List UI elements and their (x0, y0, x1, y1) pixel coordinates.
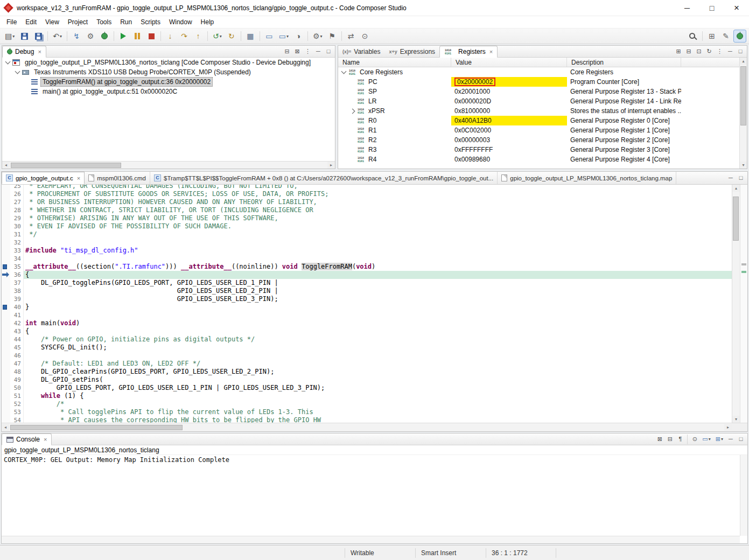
register-value[interactable]: 0x20001000 (451, 87, 567, 96)
scroll-right-icon[interactable]: ▸ (327, 162, 335, 169)
remove-all-terminated-icon[interactable]: ⊠ (292, 47, 302, 57)
code-text[interactable]: /* (25, 400, 732, 408)
editor-marker-ruler[interactable] (2, 303, 10, 311)
register-row[interactable]: 10100101R10x0C002000General Purpose Regi… (338, 125, 739, 135)
close-window-button[interactable]: × (724, 0, 749, 16)
editor-marker-ruler[interactable] (2, 287, 10, 295)
minimize-view-icon[interactable]: ─ (726, 435, 736, 444)
tab-registers[interactable]: 10100101Registers× (439, 46, 498, 58)
scroll-left-icon[interactable]: ◂ (2, 424, 9, 431)
editor-horizontal-scrollbar[interactable]: ◂ ▸ (2, 423, 732, 431)
debug-tree-item[interactable]: Texas Instruments XDS110 USB Debug Probe… (2, 67, 335, 77)
clear-console-icon[interactable]: ⊠ (655, 435, 664, 444)
editor-marker-ruler[interactable] (2, 408, 10, 416)
new-button[interactable]: ▤▾ (3, 30, 17, 43)
register-row[interactable]: 10100101R30xFFFFFFFFGeneral Purpose Regi… (338, 145, 739, 155)
maximize-view-icon[interactable]: □ (324, 47, 333, 57)
code-text[interactable]: int main(void) (25, 319, 732, 327)
register-value[interactable]: 0x400A12B0 (451, 116, 567, 125)
code-text[interactable]: DL_GPIO_clearPins(GPIO_LEDS_PORT, GPIO_L… (25, 368, 732, 376)
editor-marker-ruler[interactable] (2, 352, 10, 360)
minimize-view-icon[interactable]: ─ (726, 173, 736, 183)
expander-icon[interactable] (341, 69, 347, 74)
register-value[interactable]: 0x0000020D (451, 96, 567, 106)
current-line-mark[interactable] (741, 271, 746, 273)
code-text[interactable]: * Call togglePins API to flip the curren… (25, 408, 732, 416)
menu-edit[interactable]: Edit (21, 17, 41, 27)
tab-variables[interactable]: (x)=Variables (338, 46, 384, 57)
editor-tab[interactable]: Cgpio_toggle_output.c× (2, 172, 85, 184)
register-row[interactable]: 10100101R00x400A12B0General Purpose Regi… (338, 116, 739, 125)
editor-marker-ruler[interactable] (2, 198, 10, 206)
code-text[interactable]: */ (25, 230, 732, 239)
connect-target-button[interactable]: ↯ (70, 30, 83, 43)
step-return-button[interactable]: ↑ (192, 30, 205, 43)
register-row[interactable]: 10100101R20x00000003General Purpose Regi… (338, 135, 739, 145)
minimize-view-icon[interactable]: ─ (725, 47, 735, 57)
minimize-window-button[interactable]: ─ (675, 0, 699, 16)
suspend-button[interactable] (131, 30, 144, 43)
maximize-view-icon[interactable]: □ (736, 435, 746, 444)
tab-expressions[interactable]: x+yExpressions (384, 46, 439, 57)
register-row[interactable]: 10100101PC0x20000002Program Counter [Cor… (338, 77, 739, 87)
scrollbar-thumb[interactable] (740, 66, 746, 125)
code-text[interactable]: GPIO_LEDS_USER_LED_3_PIN); (25, 295, 732, 303)
code-text[interactable]: DL_GPIO_togglePins(GPIO_LEDS_PORT, GPIO_… (25, 279, 732, 287)
debug-tree-item[interactable]: gpio_toggle_output_LP_MSPM0L1306_nortos_… (2, 58, 335, 67)
code-text[interactable] (25, 239, 732, 247)
register-value[interactable]: 0x00989680 (451, 155, 567, 164)
trace-button[interactable]: ⇄ (345, 30, 358, 43)
scroll-up-icon[interactable]: ▴ (732, 185, 740, 192)
editor-marker-ruler[interactable] (2, 384, 10, 392)
step-into-button[interactable]: ↓ (164, 30, 177, 43)
editor-marker-ruler[interactable] (2, 368, 10, 376)
settings-button[interactable]: ⚙▾ (311, 30, 325, 43)
console-horizontal-scrollbar[interactable] (2, 536, 740, 543)
editor-overview-ruler[interactable] (740, 185, 747, 423)
code-text[interactable]: * PROCUREMENT OF SUBSTITUTE GOODS OR SER… (25, 190, 732, 198)
console-output[interactable]: CORTEX_M0P: GEL Output: Memory Map Initi… (2, 455, 740, 536)
resume-button[interactable] (117, 30, 130, 43)
minimize-view-icon[interactable]: ─ (313, 47, 323, 57)
register-row[interactable]: 10100101xPSR0x81000000Stores the status … (338, 106, 739, 116)
code-text[interactable]: * EVEN IF ADVISED OF THE POSSIBILITY OF … (25, 222, 732, 230)
word-wrap-icon[interactable]: ¶ (675, 435, 685, 444)
column-header-description[interactable]: Description (567, 58, 681, 67)
code-text[interactable]: * API causes the corresponding HW bits t… (25, 416, 732, 423)
editor-tab[interactable]: C$Tramp$TT$L$PI$$ToggleFromRAM + 0x8 () … (150, 172, 498, 184)
save-all-button[interactable] (32, 30, 45, 43)
editor-marker-ruler[interactable] (2, 190, 10, 198)
profile-button[interactable]: ◑ (292, 30, 305, 43)
editor-marker-ruler[interactable] (2, 263, 10, 271)
maximize-view-icon[interactable]: □ (736, 173, 746, 183)
undo-button[interactable]: ↶▾ (51, 30, 64, 43)
editor-marker-ruler[interactable] (2, 344, 10, 352)
scroll-up-icon[interactable]: ▴ (740, 58, 747, 65)
pin-button[interactable]: ⊙ (359, 30, 372, 43)
register-value[interactable]: 0x20000002 (451, 77, 567, 87)
view-menu-icon[interactable]: ⋮ (715, 47, 725, 57)
view-menu-icon[interactable]: ⋮ (303, 47, 313, 57)
scrollbar-thumb[interactable] (10, 425, 183, 430)
display-selected-console-icon[interactable]: ▭▾ (700, 435, 712, 444)
editor-marker-ruler[interactable] (2, 214, 10, 222)
register-row[interactable]: 10100101R40x00989680General Purpose Regi… (338, 155, 739, 164)
debug-tree-item[interactable]: ToggleFromRAM() at gpio_toggle_output.c:… (2, 77, 335, 87)
refresh-icon[interactable]: ↻ (704, 47, 714, 57)
scrollbar-thumb[interactable] (11, 163, 121, 168)
code-text[interactable]: while (1) { (25, 392, 732, 400)
code-text[interactable]: * OR BUSINESS INTERRUPTION) HOWEVER CAUS… (25, 198, 732, 206)
register-value[interactable]: 0x0C002000 (451, 125, 567, 135)
column-header-value[interactable]: Value (451, 58, 567, 67)
editor-marker-ruler[interactable] (2, 311, 10, 319)
code-text[interactable]: GPIO_LEDS_PORT, GPIO_LEDS_USER_LED_1_PIN… (25, 384, 732, 392)
editor-marker-ruler[interactable] (2, 255, 10, 263)
close-tab-icon[interactable]: × (76, 175, 80, 181)
scroll-left-icon[interactable]: ◂ (2, 162, 10, 169)
code-text[interactable]: * EXEMPLARY, OR CONSEQUENTIAL DAMAGES (I… (25, 185, 732, 190)
register-value[interactable]: 0x00000003 (451, 135, 567, 145)
menu-tools[interactable]: Tools (92, 17, 116, 27)
console-display-button[interactable]: ▭▾ (277, 30, 291, 43)
register-row[interactable]: 10100101SP0x20001000General Purpose Regi… (338, 87, 739, 96)
open-console-icon[interactable]: ⊞▾ (713, 435, 725, 444)
